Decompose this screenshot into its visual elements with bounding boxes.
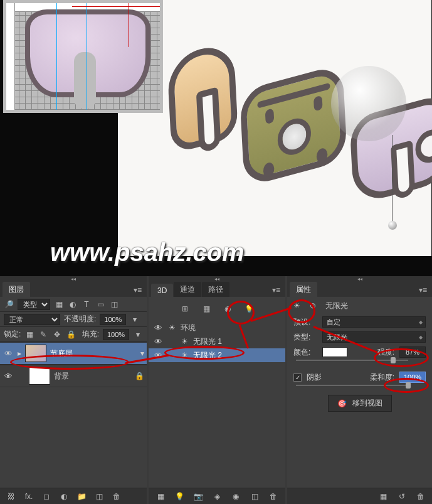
3d-text-char-3[interactable] xyxy=(349,92,432,206)
mesh-icon[interactable]: ◈ xyxy=(212,491,222,501)
camera-icon[interactable]: 📷 xyxy=(193,491,203,501)
main-viewport[interactable] xyxy=(118,0,432,256)
document-canvas[interactable] xyxy=(118,0,431,256)
color-label: 颜色: xyxy=(293,347,317,358)
render-icon[interactable]: ▦ xyxy=(378,491,388,501)
material-icon[interactable]: ◉ xyxy=(231,491,241,501)
visibility-toggle-icon[interactable]: 👁 xyxy=(3,372,14,381)
dropdown-icon[interactable]: ▾ xyxy=(140,349,144,358)
layer-thumbnail[interactable] xyxy=(29,367,50,385)
material-filter-icon[interactable]: ◉ xyxy=(223,304,233,314)
layers-panel: ◂◂ 图层 ▾≡ 🔎 类型 ▦ ◐ T ▭ ◫ 正常 不透明度: 100% ▾ … xyxy=(0,276,147,504)
crosshair-v xyxy=(129,3,129,47)
layer-row[interactable]: 👁 背景 🔒 xyxy=(0,365,147,387)
new-icon[interactable]: ◫ xyxy=(250,491,260,501)
light-handle-ball[interactable] xyxy=(388,221,397,230)
layer-filter-row: 🔎 类型 ▦ ◐ T ▭ ◫ xyxy=(0,297,147,312)
softness-slider[interactable] xyxy=(287,385,432,391)
expand-triangle-icon[interactable]: ▸ xyxy=(18,349,21,358)
filter-shape-icon[interactable]: ▭ xyxy=(95,299,105,309)
opacity-label: 不透明度: xyxy=(64,314,96,324)
filter-adjust-icon[interactable]: ◐ xyxy=(68,299,78,309)
fill-label: 填充: xyxy=(82,329,99,340)
render-icon[interactable]: ▦ xyxy=(155,491,166,501)
shadow-checkbox[interactable]: ✓ xyxy=(293,373,302,382)
mesh-filter-icon[interactable]: ▦ xyxy=(201,304,211,314)
color-swatch[interactable] xyxy=(322,347,347,357)
opacity-input[interactable]: 100% xyxy=(100,314,126,325)
fx-icon[interactable]: fx. xyxy=(24,491,34,501)
preset-select[interactable]: 自定 xyxy=(322,316,426,328)
link-icon[interactable]: ⛓ xyxy=(6,491,16,501)
trash-icon[interactable]: 🗑 xyxy=(416,491,426,501)
visibility-toggle-icon[interactable]: 👁 xyxy=(152,337,164,346)
light-add-icon[interactable]: 💡 xyxy=(174,491,184,501)
layer-name[interactable]: 背景 xyxy=(54,371,131,382)
list-item[interactable]: 👁 ☀ 环境 xyxy=(149,321,285,335)
list-item[interactable]: 👁 ☀ 无限光 1 xyxy=(149,335,285,348)
reset-icon[interactable]: ↺ xyxy=(397,491,407,501)
mask-icon[interactable]: ◻ xyxy=(41,491,51,501)
layer-thumbnail[interactable] xyxy=(25,345,46,362)
item-label: 环境 xyxy=(181,323,196,333)
guide-line[interactable] xyxy=(56,3,57,110)
guide-line[interactable] xyxy=(87,3,87,110)
filter-image-icon[interactable]: ▦ xyxy=(54,299,64,309)
visibility-toggle-icon[interactable]: 👁 xyxy=(152,323,164,333)
workspace-canvas: www.psahz.com xyxy=(0,0,432,276)
lock-paint-icon[interactable]: ✎ xyxy=(38,330,48,340)
list-item[interactable]: 👁 ☀ 无限光 2 xyxy=(149,348,285,362)
dropdown-icon[interactable]: ▾ xyxy=(130,314,140,324)
light-filter-icon[interactable]: 💡 xyxy=(244,304,254,314)
props-footer: ▦ ↺ 🗑 xyxy=(287,488,432,504)
panel-menu-icon[interactable]: ▾≡ xyxy=(414,283,432,297)
trash-icon[interactable]: 🗑 xyxy=(268,491,278,501)
new-layer-icon[interactable]: ◫ xyxy=(94,491,104,501)
trash-icon[interactable]: 🗑 xyxy=(112,491,122,501)
filter-kind-select[interactable]: 类型 xyxy=(18,299,50,310)
intensity-slider[interactable] xyxy=(287,360,432,366)
layer-row[interactable]: 👁 ▸ 节底层 ▾ xyxy=(0,342,147,365)
coords-icon[interactable]: ⊕ xyxy=(308,301,318,311)
lock-all-icon[interactable]: 🔒 xyxy=(66,330,76,340)
panel-menu-icon[interactable]: ▾≡ xyxy=(267,283,285,297)
intensity-input[interactable]: 87% xyxy=(399,346,426,358)
tab-3d[interactable]: 3D xyxy=(151,284,173,297)
slider-thumb[interactable] xyxy=(406,382,411,389)
adjustment-icon[interactable]: ◐ xyxy=(59,491,69,501)
color-intensity-row: 颜色: 强度: 87% xyxy=(287,345,432,360)
tab-channels[interactable]: 通道 xyxy=(174,282,201,297)
ruler-vertical xyxy=(6,3,15,110)
watermark: www.psahz.com xyxy=(50,239,245,267)
lock-label: 锁定: xyxy=(4,329,21,340)
slider-thumb[interactable] xyxy=(391,357,396,363)
layer-name[interactable]: 节底层 xyxy=(50,348,137,359)
panel-tabs: 属性 ▾≡ xyxy=(287,283,432,297)
fill-input[interactable]: 100% xyxy=(103,329,129,340)
3d-text-char-1[interactable] xyxy=(167,40,238,154)
crosshair-h xyxy=(72,6,160,7)
tab-paths[interactable]: 路径 xyxy=(202,282,229,297)
nav-thumbnail-view[interactable] xyxy=(3,0,163,113)
blend-mode-select[interactable]: 正常 xyxy=(4,314,60,325)
lock-move-icon[interactable]: ✥ xyxy=(52,330,62,340)
tab-layers[interactable]: 图层 xyxy=(3,282,30,297)
move-to-view-button[interactable]: 🎯 移到视图 xyxy=(328,395,392,412)
3d-scene-list: 👁 ☀ 环境 👁 ☀ 无限光 1 👁 ☀ 无限光 2 xyxy=(149,321,285,488)
panel-menu-icon[interactable]: ▾≡ xyxy=(129,283,147,297)
tab-properties[interactable]: 属性 xyxy=(290,282,317,297)
visibility-toggle-icon[interactable]: 👁 xyxy=(3,349,14,358)
group-icon[interactable]: 📁 xyxy=(76,491,87,501)
3d-text-char-2[interactable] xyxy=(240,63,347,187)
lock-transparent-icon[interactable]: ▦ xyxy=(24,330,34,340)
scene-filter-icon[interactable]: ⊞ xyxy=(180,304,190,314)
button-label: 移到视图 xyxy=(352,398,382,409)
softness-input[interactable]: 100% xyxy=(399,372,426,383)
filter-text-icon[interactable]: T xyxy=(82,299,92,309)
type-label: 类型: xyxy=(293,332,317,343)
light-handle-line xyxy=(392,135,392,223)
dropdown-icon[interactable]: ▾ xyxy=(133,330,143,340)
item-label: 无限光 2 xyxy=(193,350,222,361)
filter-smart-icon[interactable]: ◫ xyxy=(109,299,119,309)
type-row: 类型: 无限光 xyxy=(287,330,432,345)
